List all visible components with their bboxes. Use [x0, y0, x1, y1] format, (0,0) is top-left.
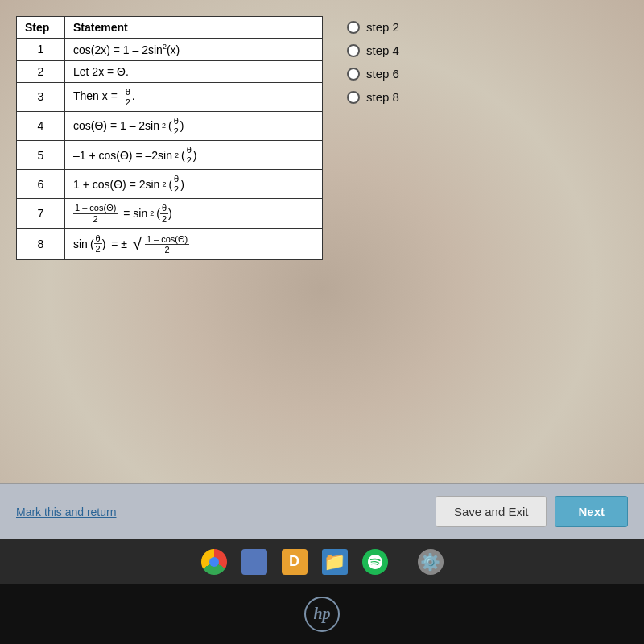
- hp-area: hp: [0, 584, 644, 644]
- radio-step8[interactable]: [347, 91, 360, 104]
- chrome-icon[interactable]: [201, 549, 227, 575]
- statement-4: cos(Θ) = 1 – 2sin2 (θ2): [65, 111, 323, 140]
- sqrt-symbol: √: [133, 236, 142, 252]
- option-step4-label: step 4: [366, 43, 399, 57]
- files-icon[interactable]: [242, 549, 267, 575]
- table-row: 8 sin(θ2) = ± √ 1 – cos(Θ)2: [17, 228, 323, 259]
- col-header-statement: Statement: [65, 17, 323, 39]
- bottom-buttons: Save and Exit Next: [436, 496, 628, 527]
- statement-6: 1 + cos(Θ) = 2sin2 (θ2): [65, 170, 323, 199]
- table-row: 5 –1 + cos(Θ) = –2sin2 (θ2): [17, 141, 323, 170]
- col-header-step: Step: [17, 17, 65, 39]
- statement-8: sin(θ2) = ± √ 1 – cos(Θ)2: [65, 228, 323, 259]
- option-step6[interactable]: step 6: [347, 67, 460, 80]
- option-step8[interactable]: step 8: [347, 90, 460, 104]
- step-num: 4: [17, 111, 65, 140]
- table-row: 7 1 – cos(Θ)2 = sin2 (θ2): [17, 199, 323, 228]
- step-num: 5: [17, 141, 65, 170]
- table-row: 2 Let 2x = Θ.: [17, 60, 323, 82]
- option-step6-label: step 6: [366, 67, 399, 80]
- step-num: 1: [17, 39, 65, 61]
- spotify-icon[interactable]: [362, 549, 388, 575]
- fraction-theta-2: θ 2: [124, 87, 132, 107]
- taskbar: D 📁 ⚙️: [0, 539, 644, 584]
- proof-table-container: Step Statement 1 cos(2x) = 1 – 2sin2(x): [16, 16, 323, 467]
- save-exit-button[interactable]: Save and Exit: [436, 496, 547, 527]
- statement-3: Then x = θ 2 .: [65, 82, 323, 111]
- statement-2: Let 2x = Θ.: [65, 60, 323, 82]
- option-step2-label: step 2: [366, 20, 399, 34]
- folder-icon[interactable]: 📁: [322, 549, 348, 575]
- mark-return-link[interactable]: Mark this and return: [16, 506, 117, 518]
- content-area: Step Statement 1 cos(2x) = 1 – 2sin2(x): [16, 16, 620, 467]
- statement-1: cos(2x) = 1 – 2sin2(x): [65, 39, 323, 61]
- statement-7: 1 – cos(Θ)2 = sin2 (θ2): [65, 199, 323, 228]
- step-num: 3: [17, 82, 65, 111]
- step-num: 8: [17, 228, 65, 259]
- table-row: 4 cos(Θ) = 1 – 2sin2 (θ2): [17, 111, 323, 140]
- radio-step4[interactable]: [347, 44, 360, 57]
- bottom-bar: Mark this and return Save and Exit Next: [0, 483, 644, 539]
- options-area: step 2 step 4 step 6 step 8: [347, 16, 460, 467]
- table-row: 3 Then x = θ 2 .: [17, 82, 323, 111]
- step-num: 2: [17, 60, 65, 82]
- settings-icon[interactable]: ⚙️: [418, 549, 444, 575]
- table-row: 6 1 + cos(Θ) = 2sin2 (θ2): [17, 170, 323, 199]
- option-step2[interactable]: step 2: [347, 20, 460, 34]
- step-num: 7: [17, 199, 65, 228]
- option-step4[interactable]: step 4: [347, 43, 460, 57]
- radio-step6[interactable]: [347, 68, 360, 80]
- screen: Step Statement 1 cos(2x) = 1 – 2sin2(x): [0, 0, 644, 644]
- table-row: 1 cos(2x) = 1 – 2sin2(x): [17, 39, 323, 61]
- next-button[interactable]: Next: [555, 496, 628, 527]
- proof-table: Step Statement 1 cos(2x) = 1 – 2sin2(x): [16, 16, 323, 260]
- hp-logo: hp: [304, 597, 340, 632]
- step-num: 6: [17, 170, 65, 199]
- taskbar-divider: [402, 551, 403, 573]
- quiz-area: Step Statement 1 cos(2x) = 1 – 2sin2(x): [0, 0, 644, 483]
- statement-5: –1 + cos(Θ) = –2sin2 (θ2): [65, 141, 323, 170]
- radio-step2[interactable]: [347, 21, 360, 34]
- d-icon[interactable]: D: [282, 549, 308, 575]
- option-step8-label: step 8: [366, 90, 399, 104]
